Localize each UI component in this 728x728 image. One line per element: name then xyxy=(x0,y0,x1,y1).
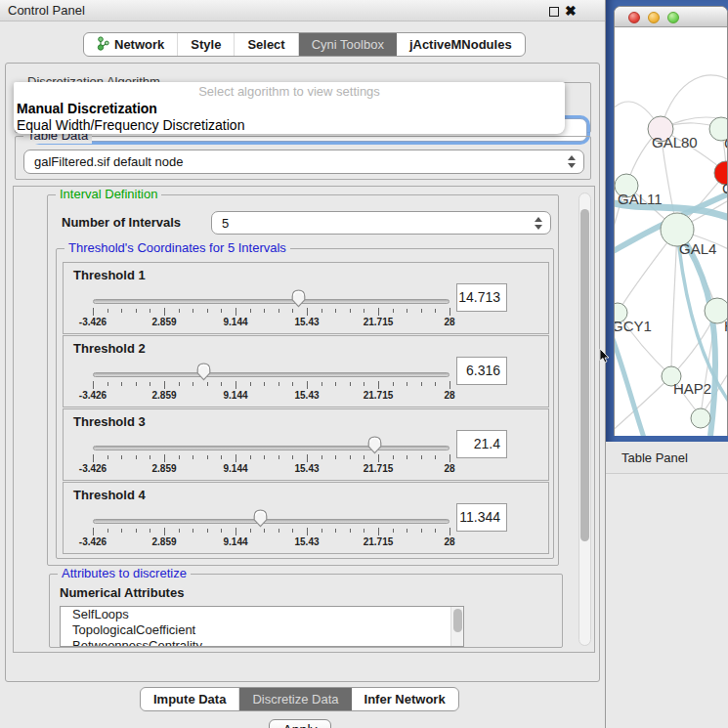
tick-label: -3.426 xyxy=(79,536,107,547)
slider-track[interactable] xyxy=(93,299,450,304)
tick-mark xyxy=(435,529,436,533)
tick-mark xyxy=(393,529,394,533)
slider-tick-labels: -3.4262.8599.14415.4321.71528 xyxy=(93,536,450,548)
network-node-label: GAL80 xyxy=(652,134,698,150)
tick-label: 21.715 xyxy=(364,536,394,547)
close-traffic-light-icon[interactable] xyxy=(628,12,640,23)
tab-label: Select xyxy=(247,37,284,52)
tick-mark xyxy=(164,454,165,462)
tick-mark xyxy=(150,529,150,533)
tab-label: Network xyxy=(114,37,164,52)
tick-mark xyxy=(278,529,279,533)
tick-mark xyxy=(321,455,322,459)
number-of-intervals-label: Number of Intervals xyxy=(62,215,181,230)
tick-mark xyxy=(250,529,251,533)
dropdown-option-manual-discretization[interactable]: Manual Discretization xyxy=(14,101,565,117)
list-scrollbar[interactable] xyxy=(450,607,463,646)
tick-mark xyxy=(264,455,265,459)
network-node[interactable] xyxy=(691,408,710,428)
tick-label: 2.859 xyxy=(151,463,176,474)
panel-scrollbar[interactable] xyxy=(578,193,591,646)
tick-mark xyxy=(378,528,379,535)
tick-mark xyxy=(250,309,251,313)
cyni-toolbox-panel: Discretization Algorithm Table Data galF… xyxy=(5,63,600,682)
tick-mark xyxy=(278,455,279,459)
tab-discretize-data[interactable]: Discretize Data xyxy=(239,688,351,710)
slider-track[interactable] xyxy=(93,372,450,377)
slider-track[interactable] xyxy=(93,519,450,524)
tab-label: Discretize Data xyxy=(252,692,338,707)
number-of-intervals-select[interactable]: 5 xyxy=(211,211,551,235)
tab-style[interactable]: Style xyxy=(178,33,235,56)
threshold-value-field[interactable]: 14.713 xyxy=(456,283,507,312)
tick-mark xyxy=(393,382,394,386)
tick-label: 15.43 xyxy=(294,317,319,327)
tick-mark xyxy=(335,455,336,459)
threshold-value-field[interactable]: 6.316 xyxy=(456,357,507,385)
tick-label: -3.426 xyxy=(79,390,107,401)
table-data-select[interactable]: galFiltered.sif default node xyxy=(23,150,584,174)
tick-label: 9.144 xyxy=(223,317,247,327)
tick-mark xyxy=(193,309,193,313)
tick-mark xyxy=(207,309,208,313)
threshold-box: Threshold 3-3.4262.8599.14415.4321.71528… xyxy=(63,408,549,481)
tick-mark xyxy=(364,382,364,386)
tab-jactivemnodules[interactable]: jActiveMNodules xyxy=(397,33,525,56)
tab-label: Cyni Toolbox xyxy=(312,37,384,52)
combo-stepper-icon xyxy=(567,154,576,169)
threshold-title: Threshold 2 xyxy=(73,341,146,356)
tick-mark xyxy=(435,382,436,386)
network-icon xyxy=(97,36,109,54)
tab-impute-data[interactable]: Impute Data xyxy=(141,688,239,710)
tab-infer-network[interactable]: Infer Network xyxy=(352,688,458,710)
list-item[interactable]: SelfLoops xyxy=(61,607,463,622)
tick-label: 15.43 xyxy=(294,536,319,547)
tick-mark xyxy=(364,529,364,533)
tick-mark xyxy=(407,309,407,313)
tick-mark xyxy=(278,382,279,386)
tab-select[interactable]: Select xyxy=(235,33,298,56)
dropdown-placeholder-option[interactable]: Select algorithm to view settings xyxy=(14,82,565,101)
slider-ticks xyxy=(93,308,450,317)
minimize-traffic-light-icon[interactable] xyxy=(648,12,660,23)
tick-label: -3.426 xyxy=(79,463,107,474)
tick-mark xyxy=(164,528,165,535)
combo-stepper-icon xyxy=(534,216,542,231)
list-item[interactable]: TopologicalCoefficient xyxy=(61,622,463,638)
tick-mark xyxy=(207,382,208,386)
slider-track[interactable] xyxy=(93,446,450,450)
dropdown-option-equal-width-frequency[interactable]: Equal Width/Frequency Discretization xyxy=(14,117,565,134)
float-window-icon[interactable] xyxy=(549,7,559,17)
tick-mark xyxy=(307,528,308,535)
slider-tick-labels: -3.4262.8599.14415.4321.71528 xyxy=(93,317,450,328)
tick-label: 28 xyxy=(444,317,454,327)
slider-ticks xyxy=(93,454,450,463)
network-canvas[interactable]: GAL80GGAL11CGAL4GCY1HHAP2 xyxy=(615,27,728,436)
slider-thumb[interactable] xyxy=(253,509,268,528)
tick-label: 9.144 xyxy=(223,390,247,401)
network-window-titlebar xyxy=(615,7,727,27)
threshold-value-field[interactable]: 21.4 xyxy=(456,430,507,458)
tick-mark xyxy=(278,309,279,313)
network-node-label: C xyxy=(722,180,728,196)
numerical-attributes-list[interactable]: SelfLoopsTopologicalCoefficientBetweenne… xyxy=(60,606,464,647)
threshold-value-field[interactable]: 11.344 xyxy=(456,503,507,532)
slider-thumb[interactable] xyxy=(367,436,382,454)
list-item[interactable]: BetweennessCentrality xyxy=(61,638,463,647)
attributes-to-discretize-group: Attributes to discretize Numerical Attri… xyxy=(49,574,563,648)
threshold-box: Threshold 1-3.4262.8599.14415.4321.71528… xyxy=(63,262,549,334)
tick-mark xyxy=(364,455,364,459)
tick-mark xyxy=(264,529,265,533)
slider-thumb[interactable] xyxy=(196,363,211,381)
table-panel-title: Table Panel xyxy=(621,442,688,474)
apply-button[interactable]: Apply xyxy=(269,719,331,728)
tick-mark xyxy=(421,529,422,533)
close-icon[interactable]: ✖ xyxy=(565,2,577,20)
table-data-group: Table Data galFiltered.sif default node xyxy=(15,136,591,180)
tick-mark xyxy=(264,309,265,313)
tick-mark xyxy=(164,308,165,316)
tab-cyni-toolbox[interactable]: Cyni Toolbox xyxy=(299,33,397,56)
slider-thumb[interactable] xyxy=(291,289,306,308)
tab-network[interactable]: Network xyxy=(84,33,178,56)
zoom-traffic-light-icon[interactable] xyxy=(667,12,679,23)
